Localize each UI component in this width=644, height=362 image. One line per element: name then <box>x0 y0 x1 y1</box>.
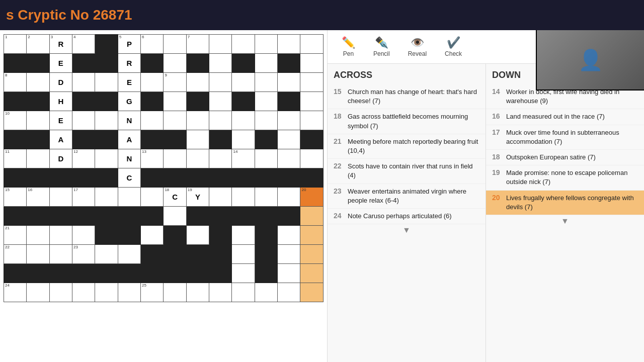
cell-9-13[interactable] <box>278 188 300 207</box>
cell-5-7[interactable] <box>141 111 164 130</box>
cell-10-14-light[interactable] <box>300 207 324 226</box>
cell-4-12[interactable] <box>255 92 277 111</box>
cell-3-13[interactable] <box>278 73 300 92</box>
cell-11-13[interactable] <box>278 226 300 245</box>
cell-2-12[interactable] <box>255 54 277 73</box>
cell-1-9[interactable]: 7 <box>186 35 209 54</box>
cell-11-14-light[interactable] <box>300 226 324 245</box>
cell-2-6[interactable]: R <box>118 54 140 73</box>
cell-7-4[interactable]: 12 <box>72 149 95 168</box>
cell-13-14-light[interactable] <box>300 264 324 283</box>
cell-4-10[interactable] <box>209 92 232 111</box>
cell-3-11[interactable] <box>232 73 255 92</box>
cell-11-1[interactable]: 21 <box>4 226 27 245</box>
cell-11-3[interactable] <box>49 226 72 245</box>
cell-14-14-light[interactable] <box>300 283 324 302</box>
cell-5-1[interactable]: 10 <box>4 111 27 130</box>
cell-1-3[interactable]: 3R <box>49 35 72 54</box>
cell-1-2[interactable]: 2 <box>27 35 49 54</box>
cell-14-12[interactable] <box>255 283 277 302</box>
cell-13-13[interactable] <box>278 264 300 283</box>
cell-14-7[interactable]: 25 <box>141 283 164 302</box>
cell-7-8[interactable] <box>164 149 186 168</box>
clue-down-18[interactable]: 18 Outspoken European satire (7) <box>486 150 644 165</box>
clue-across-23[interactable]: 23 Weaver entertains animated virgin whe… <box>328 184 486 209</box>
cell-6-11[interactable] <box>232 130 255 149</box>
cell-12-4[interactable]: 23 <box>72 245 95 264</box>
cell-12-2[interactable] <box>27 245 49 264</box>
cell-14-10[interactable] <box>209 283 232 302</box>
cell-1-12[interactable] <box>255 35 277 54</box>
cell-6-9[interactable] <box>186 130 209 149</box>
cell-11-7[interactable] <box>141 226 164 245</box>
cell-12-1[interactable]: 22 <box>4 245 27 264</box>
clue-across-24[interactable]: 24 Note Caruso perhaps articulated (6) <box>328 209 486 224</box>
clue-down-17[interactable]: 17 Muck over time found in subterraneous… <box>486 125 644 150</box>
clue-down-19[interactable]: 19 Made promise: none to escape policema… <box>486 165 644 190</box>
cell-3-9[interactable] <box>186 73 209 92</box>
cell-1-11[interactable] <box>232 35 255 54</box>
cell-11-2[interactable] <box>27 226 49 245</box>
cell-1-4[interactable]: 4 <box>72 35 95 54</box>
cell-14-13[interactable] <box>278 283 300 302</box>
cell-7-14[interactable] <box>300 149 324 168</box>
cell-4-8[interactable] <box>164 92 186 111</box>
cell-7-6[interactable]: N <box>118 149 140 168</box>
cell-8-6[interactable]: C <box>118 168 140 188</box>
cell-7-3[interactable]: D <box>49 149 72 168</box>
cell-1-6[interactable]: 5P <box>118 35 140 54</box>
reveal-button[interactable]: 👁️ Reveal <box>404 34 431 59</box>
cell-5-8[interactable] <box>164 111 186 130</box>
cell-14-4[interactable] <box>72 283 95 302</box>
cell-9-7[interactable] <box>141 188 164 207</box>
cell-9-6[interactable] <box>118 188 140 207</box>
cell-1-13[interactable] <box>278 35 300 54</box>
cell-5-6[interactable]: N <box>118 111 140 130</box>
cell-5-5[interactable] <box>95 111 118 130</box>
cell-14-2[interactable] <box>27 283 49 302</box>
cell-2-8[interactable] <box>164 54 186 73</box>
cell-2-3[interactable]: E <box>49 54 72 73</box>
cell-6-3[interactable]: A <box>49 130 72 149</box>
cell-7-10[interactable] <box>209 149 232 168</box>
cell-1-1[interactable]: 1 <box>4 35 27 54</box>
crossword-grid[interactable]: 1 2 3R 4 5P 6 7 <box>4 34 324 302</box>
cell-7-2[interactable] <box>27 149 49 168</box>
cell-11-11[interactable] <box>232 226 255 245</box>
cell-11-4[interactable] <box>72 226 95 245</box>
cell-9-12[interactable] <box>255 188 277 207</box>
cell-9-3[interactable] <box>49 188 72 207</box>
cell-9-14-active[interactable]: 20 <box>300 188 324 207</box>
cell-3-8[interactable]: 9 <box>164 73 186 92</box>
cell-14-3[interactable] <box>49 283 72 302</box>
cell-12-13[interactable] <box>278 245 300 264</box>
cell-3-14[interactable] <box>300 73 324 92</box>
cell-1-10[interactable] <box>209 35 232 54</box>
cell-1-8[interactable] <box>164 35 186 54</box>
cell-3-10[interactable] <box>209 73 232 92</box>
cell-14-1[interactable]: 24 <box>4 283 27 302</box>
cell-14-8[interactable] <box>164 283 186 302</box>
cell-6-13[interactable] <box>278 130 300 149</box>
pencil-button[interactable]: ✒️ Pencil <box>369 34 394 59</box>
clue-across-21[interactable]: 21 Meeting before match reportedly beari… <box>328 134 486 159</box>
cell-3-2[interactable] <box>27 73 49 92</box>
clue-down-20-highlighted[interactable]: 20 Lives frugally where fellows congrega… <box>486 191 644 215</box>
cell-3-4[interactable] <box>72 73 95 92</box>
cell-9-4[interactable]: 17 <box>72 188 95 207</box>
clue-across-22[interactable]: 22 Scots have to contain river that runs… <box>328 159 486 184</box>
cell-3-7[interactable] <box>141 73 164 92</box>
clue-across-15[interactable]: 15 Church man has change of heart: that'… <box>328 84 486 109</box>
cell-5-4[interactable] <box>72 111 95 130</box>
pen-button[interactable]: ✏️ Pen <box>338 34 359 59</box>
cell-4-14[interactable] <box>300 92 324 111</box>
cell-9-8[interactable]: 18C <box>164 188 186 207</box>
clue-down-16[interactable]: 16 Land measured out in the race (7) <box>486 109 644 125</box>
cell-12-5[interactable] <box>95 245 118 264</box>
cell-1-14[interactable] <box>300 35 324 54</box>
cell-5-14[interactable] <box>300 111 324 130</box>
cell-12-11[interactable] <box>232 245 255 264</box>
scroll-down-down[interactable]: ▼ <box>486 215 644 227</box>
cell-3-6[interactable]: E <box>118 73 140 92</box>
cell-5-2[interactable] <box>27 111 49 130</box>
